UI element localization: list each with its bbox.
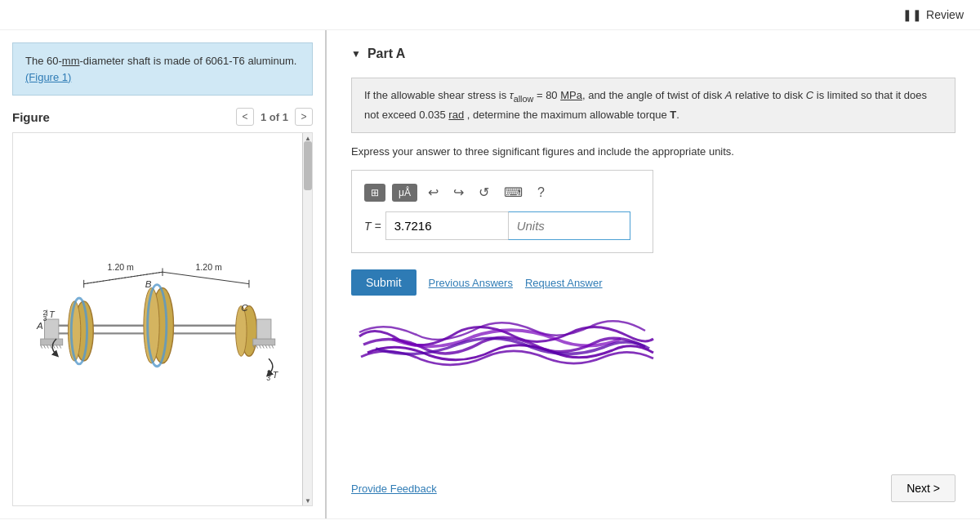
top-bar: ❚❚ Review — [0, 0, 980, 30]
value-input[interactable] — [385, 211, 508, 240]
svg-point-16 — [144, 287, 159, 363]
provide-feedback-label: Provide Feedback — [351, 483, 437, 495]
keyboard-icon: ⌨ — [504, 185, 523, 199]
svg-point-19 — [236, 306, 247, 357]
previous-answers-button[interactable]: Previous Answers — [429, 277, 513, 289]
request-answer-label: Request Answer — [525, 277, 603, 289]
collapse-arrow: ▼ — [351, 48, 361, 60]
problem-text-post: -diameter shaft is made of 6061-T6 alumi… — [79, 55, 296, 67]
t-label: T = — [364, 220, 381, 233]
input-row: T = — [364, 211, 640, 240]
bottom-row: Provide Feedback Next > — [351, 474, 956, 502]
submit-label: Submit — [366, 276, 402, 289]
units-input[interactable] — [508, 211, 630, 240]
mu-icon: μÅ — [399, 187, 411, 198]
reset-button[interactable]: ↺ — [474, 183, 493, 202]
problem-description: The 60-mm-diameter shaft is made of 6061… — [12, 42, 313, 96]
svg-point-4 — [68, 301, 80, 361]
svg-rect-21 — [253, 339, 275, 345]
problem-text-box: If the allowable shear stress is τallow … — [351, 78, 956, 133]
pearson-footer: P Pearson — [0, 518, 980, 525]
answer-box: ⊞ μÅ ↩ ↪ ↺ ⌨ ? — [351, 170, 653, 253]
svg-text:1.20 m: 1.20 m — [108, 262, 135, 272]
toolbar: ⊞ μÅ ↩ ↪ ↺ ⌨ ? — [364, 183, 640, 202]
request-answer-button[interactable]: Request Answer — [525, 277, 603, 289]
figure-section: Figure < 1 of 1 > — [12, 108, 313, 506]
help-icon: ? — [537, 185, 545, 199]
part-label: Part A — [368, 47, 406, 61]
figure-prev-btn[interactable]: < — [236, 108, 254, 126]
figure-nav: < 1 of 1 > — [236, 108, 313, 126]
part-header[interactable]: ▼ Part A — [351, 47, 956, 61]
svg-text:B: B — [145, 279, 152, 289]
next-button[interactable]: Next > — [891, 474, 956, 502]
figure-link[interactable]: (Figure 1) — [25, 71, 71, 83]
svg-text:C: C — [241, 303, 248, 313]
svg-rect-20 — [257, 319, 271, 341]
undo-button[interactable]: ↩ — [424, 183, 443, 202]
svg-text:3: 3 — [266, 374, 270, 382]
submit-button[interactable]: Submit — [351, 269, 416, 296]
instruction-text: Express your answer to three significant… — [351, 145, 956, 158]
right-panel: ▼ Part A If the allowable shear stress i… — [327, 30, 980, 518]
svg-rect-6 — [45, 319, 59, 341]
figure-container: A B C 1.20 m 1.20 m 2 3 — [12, 132, 313, 506]
scrollbar-down[interactable]: ▼ — [303, 496, 313, 505]
redo-button[interactable]: ↪ — [449, 183, 468, 202]
undo-icon: ↩ — [428, 185, 439, 199]
mu-button[interactable]: μÅ — [392, 184, 417, 202]
svg-rect-7 — [41, 339, 63, 345]
matrix-icon: ⊞ — [371, 187, 379, 198]
figure-nav-text: 1 of 1 — [261, 111, 288, 123]
scrollbar-up[interactable]: ▲ — [303, 133, 313, 143]
scrollbar-thumb[interactable] — [304, 141, 312, 190]
left-panel: The 60-mm-diameter shaft is made of 6061… — [0, 30, 327, 518]
figure-svg: A B C 1.20 m 1.20 m 2 3 — [13, 133, 312, 505]
submit-row: Submit Previous Answers Request Answer — [351, 269, 956, 296]
mm-text: mm — [62, 55, 80, 67]
matrix-button[interactable]: ⊞ — [364, 184, 385, 202]
keyboard-button[interactable]: ⌨ — [500, 183, 527, 202]
review-icon: ❚❚ — [902, 8, 922, 21]
svg-text:A: A — [36, 321, 43, 331]
figure-label: Figure — [12, 110, 50, 124]
reset-icon: ↺ — [479, 185, 489, 199]
scribble-area — [351, 308, 956, 373]
redo-icon: ↪ — [453, 185, 464, 199]
review-link[interactable]: ❚❚ Review — [902, 8, 964, 21]
help-button[interactable]: ? — [533, 184, 549, 202]
review-label: Review — [926, 8, 964, 21]
figure-scrollbar[interactable]: ▲ ▼ — [302, 133, 312, 505]
figure-next-btn[interactable]: > — [295, 108, 313, 126]
next-label: Next > — [906, 482, 940, 495]
svg-text:3: 3 — [43, 314, 47, 323]
problem-text-pre: The 60- — [25, 55, 62, 67]
main-layout: The 60-mm-diameter shaft is made of 6061… — [0, 30, 980, 518]
previous-answers-label: Previous Answers — [429, 277, 513, 289]
provide-feedback-button[interactable]: Provide Feedback — [351, 483, 437, 495]
figure-header: Figure < 1 of 1 > — [12, 108, 313, 126]
svg-text:1.20 m: 1.20 m — [195, 262, 222, 272]
